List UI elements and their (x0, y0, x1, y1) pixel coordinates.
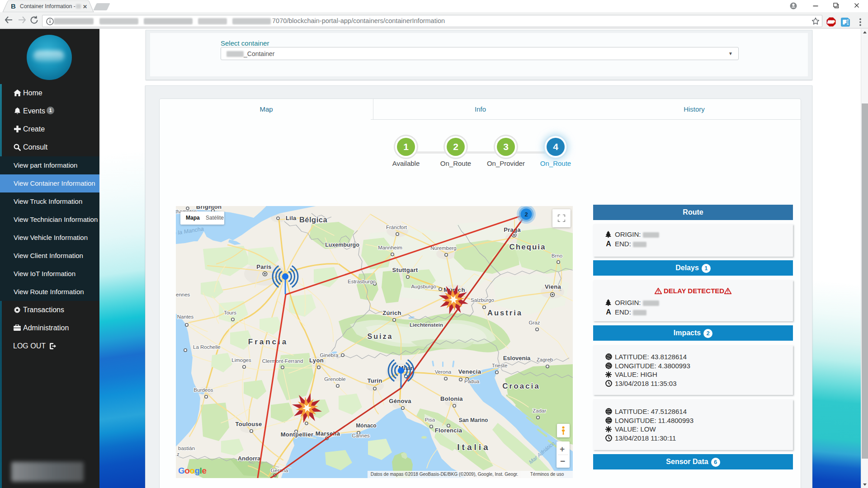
svg-text:Andorra: Andorra (238, 455, 261, 462)
svg-text:Graz: Graz (529, 320, 540, 325)
svg-text:A: A (606, 240, 611, 247)
svg-text:Toulouse: Toulouse (235, 421, 262, 427)
svg-text:ennes: ennes (176, 292, 190, 297)
svg-text:Suiza: Suiza (368, 333, 393, 340)
svg-text:Verona: Verona (435, 369, 452, 375)
svg-text:Liechtenstein: Liechtenstein (410, 322, 443, 328)
svg-text:Tours: Tours (224, 310, 236, 315)
svg-text:Mannheim: Mannheim (378, 245, 402, 250)
svg-text:Cannes: Cannes (352, 433, 370, 438)
svg-text:Grenoble: Grenoble (324, 376, 345, 382)
svg-text:de la Mancha: de la Mancha (176, 225, 204, 237)
svg-text:Mar Adriático: Mar Adriático (528, 440, 556, 465)
svg-text:2: 2 (524, 211, 528, 218)
svg-text:Montpellier: Montpellier (281, 431, 314, 438)
svg-text:Italia: Italia (457, 442, 490, 452)
svg-text:Luxemburgo: Luxemburgo (325, 242, 359, 248)
svg-text:Bélgica: Bélgica (299, 216, 328, 224)
svg-text:Nantes: Nantes (177, 314, 194, 319)
svg-text:Trieste: Trieste (492, 363, 508, 368)
svg-text:Brno: Brno (552, 253, 562, 258)
svg-text:ABP: ABP (828, 20, 835, 23)
svg-text:Génova: Génova (389, 398, 411, 404)
svg-text:San Marino: San Marino (459, 417, 488, 423)
svg-text:Austria: Austria (487, 309, 523, 317)
svg-text:Limoges: Limoges (231, 357, 251, 363)
svg-text:bastián: bastián (178, 446, 195, 451)
svg-text:Stuttgart: Stuttgart (392, 267, 418, 273)
svg-text:Augsburgo: Augsburgo (411, 284, 436, 289)
svg-text:Eslovenia: Eslovenia (503, 355, 531, 361)
svg-text:Padua: Padua (464, 379, 480, 384)
svg-text:Lyon: Lyon (309, 357, 324, 364)
svg-text:París: París (256, 263, 271, 270)
svg-text:La Rochelle: La Rochelle (193, 344, 221, 350)
svg-text:Florencia: Florencia (435, 427, 462, 434)
svg-text:Viena: Viena (545, 283, 561, 290)
svg-text:A: A (606, 309, 611, 315)
svg-text:z: z (177, 451, 179, 457)
svg-text:Pisa: Pisa (425, 417, 435, 422)
svg-text:Turín: Turín (367, 377, 382, 384)
svg-text:Zagreb: Zagreb (537, 357, 553, 362)
svg-text:Lila: Lila (286, 215, 297, 221)
svg-text:Venecia: Venecia (458, 368, 481, 375)
svg-text:Chequia: Chequia (509, 243, 546, 251)
svg-text:F: F (843, 19, 846, 25)
svg-text:Brighton: Brighton (196, 206, 222, 210)
svg-text:Praga: Praga (504, 226, 521, 233)
svg-text:Salzburgo: Salzburgo (471, 297, 494, 303)
svg-text:Francia: Francia (248, 338, 288, 346)
svg-text:Burdeos: Burdeos (194, 387, 213, 393)
svg-text:Núremberg: Núremberg (430, 245, 457, 251)
svg-text:Fráncfort: Fráncfort (386, 225, 407, 230)
svg-text:Zadar: Zadar (533, 408, 546, 413)
svg-text:Croacia: Croacia (502, 382, 540, 390)
svg-text:Estrasburgo: Estrasburgo (348, 279, 376, 284)
svg-text:Clermont-Ferrand: Clermont-Ferrand (262, 358, 303, 364)
svg-text:Ginebra: Ginebra (320, 352, 339, 358)
svg-text:Zúrich: Zúrich (382, 310, 401, 316)
svg-text:B: B (11, 3, 16, 9)
svg-text:Bolonia: Bolonia (440, 395, 463, 402)
svg-text:Mónaco: Mónaco (356, 422, 376, 429)
